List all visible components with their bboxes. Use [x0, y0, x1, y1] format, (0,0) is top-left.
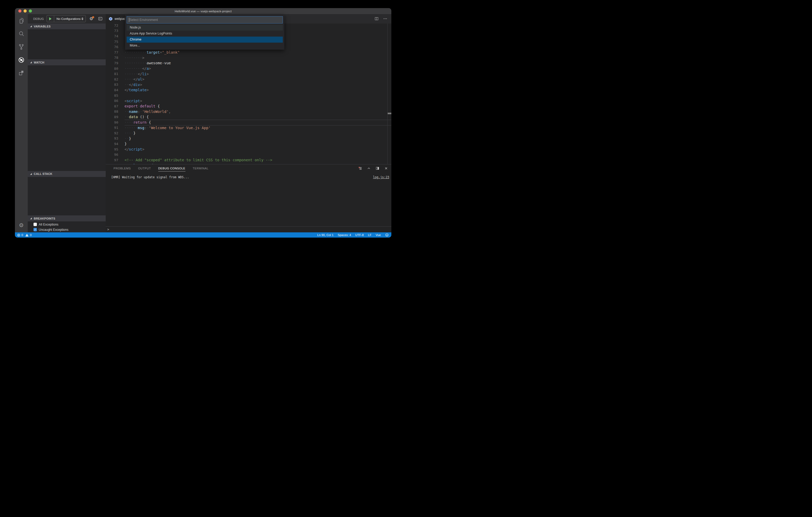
maximize-panel-icon[interactable] — [367, 166, 371, 171]
code-line-79[interactable]: 79··········awesome-vue — [106, 60, 392, 66]
zoom-window-button[interactable] — [29, 9, 32, 12]
window-title: HelloWorld.vue — vuejs-webpack-project — [175, 10, 232, 13]
code-line-81[interactable]: 81······</li> — [106, 71, 392, 77]
sidebar-item-extensions[interactable] — [15, 66, 28, 80]
sidebar-item-explorer[interactable] — [15, 14, 28, 27]
scrollbar-thumb[interactable] — [388, 113, 392, 114]
debug-sidebar: DEBUG No Configurations ⚙ — [28, 14, 106, 232]
line-number: 73 — [106, 29, 118, 33]
code-line-92[interactable]: 92····} — [106, 130, 392, 136]
title-bar: HelloWorld.vue — vuejs-webpack-project — [15, 8, 392, 14]
quick-pick-item[interactable]: Azure App Service LogPoints — [126, 31, 283, 37]
sidebar-item-debug[interactable] — [15, 53, 28, 66]
checkbox-checked[interactable]: ✓ — [33, 228, 37, 231]
split-editor-icon[interactable] — [374, 17, 379, 21]
quick-pick-item[interactable]: Node.js — [126, 25, 283, 31]
code-line-96[interactable]: 96 — [106, 152, 392, 157]
line-number: 79 — [106, 61, 118, 65]
more-actions-icon[interactable] — [383, 17, 387, 21]
section-header-variables[interactable]: VARIABLES — [28, 24, 106, 29]
bottom-panel: PROBLEMSOUTPUTDEBUG CONSOLETERMINAL — [106, 164, 392, 232]
line-number: 81 — [106, 72, 118, 76]
section-title: BREAKPOINTS — [34, 217, 55, 220]
console-source-link[interactable]: log.js:23 — [373, 175, 389, 179]
warning-count: 0 — [30, 234, 31, 237]
git-branch-icon — [18, 44, 25, 50]
feedback-smiley-icon[interactable] — [385, 233, 389, 237]
code-line-97[interactable]: 97<!--·Add·"scoped"·attribute·to·limit·C… — [106, 157, 392, 163]
code-line-86[interactable]: 86<script> — [106, 98, 392, 103]
code-text: </template> — [124, 88, 149, 92]
configure-badge — [92, 16, 94, 18]
breakpoints-body: All Exceptions✓Uncaught Exceptions — [28, 221, 106, 232]
prompt-chevron-icon: > — [107, 227, 109, 231]
traffic-lights — [18, 9, 32, 12]
checkbox-unchecked[interactable] — [33, 223, 37, 226]
manage-button[interactable]: ⚙ — [15, 220, 28, 230]
code-line-94[interactable]: 94} — [106, 141, 392, 147]
quick-pick-item[interactable]: Chrome — [126, 37, 283, 42]
code-line-91[interactable]: 91······msg:·'Welcome·to·Your·Vue.js·App… — [106, 125, 392, 130]
launch-configuration-control: No Configurations — [47, 15, 86, 22]
section-header-watch[interactable]: WATCH — [28, 59, 106, 65]
configuration-select[interactable]: No Configurations — [54, 17, 81, 20]
activity-bar: ⚙ — [15, 14, 28, 232]
quick-pick-item[interactable]: More... — [126, 42, 283, 49]
breakpoint-item[interactable]: ✓Uncaught Exceptions — [28, 227, 106, 232]
code-line-85[interactable]: 85 — [106, 93, 392, 98]
code-line-89[interactable]: 89··data·()·{ — [106, 114, 392, 120]
line-number: 97 — [106, 158, 118, 162]
status-item[interactable]: LF — [368, 234, 372, 237]
start-debug-button[interactable] — [47, 16, 54, 22]
select-arrows-icon — [81, 18, 86, 20]
code-line-84[interactable]: 84</template> — [106, 87, 392, 93]
sidebar-item-search[interactable] — [15, 27, 28, 40]
configure-button[interactable]: ⚙ — [89, 17, 93, 21]
split-panel-icon[interactable] — [375, 166, 380, 171]
code-text: ··</div> — [124, 83, 142, 87]
status-item[interactable]: Vue — [376, 234, 381, 237]
line-number: 74 — [106, 34, 118, 38]
line-number: 93 — [106, 136, 118, 140]
code-text: ········> — [124, 56, 144, 60]
panel-tab-output[interactable]: OUTPUT — [138, 167, 151, 170]
code-line-93[interactable]: 93··} — [106, 136, 392, 142]
code-text: ··} — [124, 136, 131, 141]
panel-tab-terminal[interactable]: TERMINAL — [193, 167, 208, 170]
code-text: ··········awesome-vue — [124, 61, 171, 65]
section-header-breakpoints[interactable]: BREAKPOINTS — [28, 215, 106, 221]
problems-status[interactable]: 0 0 — [17, 234, 32, 237]
section-header-call-stack[interactable]: CALL STACK — [28, 171, 106, 177]
code-line-90[interactable]: 90····return·{ — [106, 120, 392, 125]
code-line-82[interactable]: 82····</ul> — [106, 77, 392, 82]
minimize-window-button[interactable] — [24, 9, 27, 12]
quick-pick-input[interactable] — [127, 17, 283, 23]
variables-body — [28, 29, 106, 60]
open-debug-console-button[interactable] — [98, 17, 103, 21]
webpack-icon — [109, 17, 113, 21]
code-line-88[interactable]: 88··name:·'HelloWorld', — [106, 109, 392, 115]
code-line-77[interactable]: 77··········target="_blank" — [106, 50, 392, 55]
code-line-80[interactable]: 80········</a> — [106, 66, 392, 71]
status-bar: 0 0 Ln 90, Col 1Spaces: 4UTF-8LFVue — [15, 232, 392, 238]
gear-icon: ⚙ — [19, 222, 24, 228]
panel-tab-problems[interactable]: PROBLEMS — [114, 167, 131, 170]
code-line-78[interactable]: 78········> — [106, 55, 392, 61]
code-line-87[interactable]: 87export·default·{ — [106, 103, 392, 109]
close-panel-icon[interactable] — [384, 166, 388, 171]
status-item[interactable]: Ln 90, Col 1 — [317, 234, 334, 237]
quick-pick-input-box[interactable] — [126, 16, 283, 24]
debug-console-input[interactable]: > — [106, 226, 392, 232]
clear-console-icon[interactable] — [358, 166, 362, 171]
close-window-button[interactable] — [18, 9, 22, 12]
sidebar-item-source-control[interactable] — [15, 40, 28, 53]
status-item[interactable]: UTF-8 — [355, 234, 364, 237]
breakpoint-item[interactable]: All Exceptions — [28, 222, 106, 227]
code-line-83[interactable]: 83··</div> — [106, 82, 392, 88]
status-item[interactable]: Spaces: 4 — [338, 234, 351, 237]
debug-toolbar: DEBUG No Configurations ⚙ — [28, 14, 106, 24]
panel-tab-debug-console[interactable]: DEBUG CONSOLE — [158, 167, 185, 172]
code-line-95[interactable]: 95</script> — [106, 147, 392, 152]
error-count: 0 — [22, 234, 23, 237]
chevron-expanded-icon — [30, 61, 32, 63]
